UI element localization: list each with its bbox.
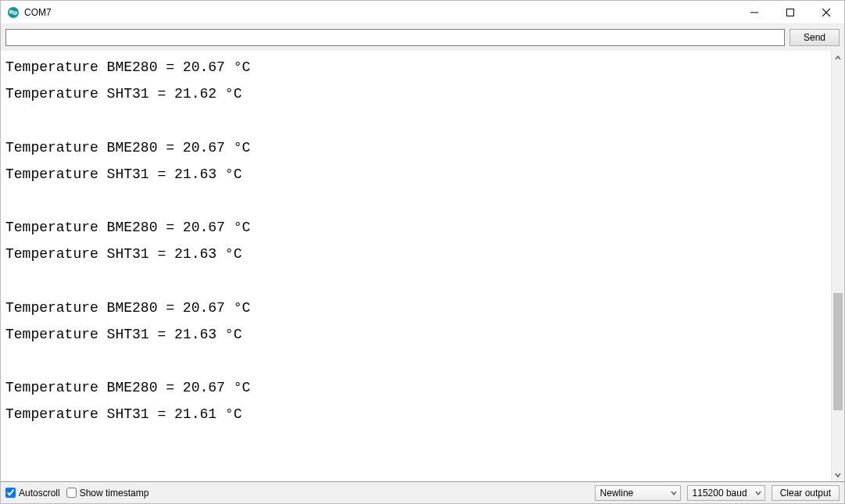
scroll-down-arrow-icon[interactable] bbox=[832, 468, 844, 481]
show-timestamp-checkbox-input[interactable] bbox=[66, 488, 77, 498]
svg-rect-2 bbox=[787, 9, 794, 16]
close-button[interactable] bbox=[808, 1, 844, 24]
autoscroll-checkbox-input[interactable] bbox=[5, 488, 16, 498]
autoscroll-label: Autoscroll bbox=[19, 488, 60, 499]
maximize-button[interactable] bbox=[772, 1, 808, 24]
serial-monitor-window: COM7 Send Temperature BME280 = 20.67 °C … bbox=[0, 0, 845, 504]
clear-output-button[interactable]: Clear output bbox=[772, 485, 840, 501]
scroll-up-arrow-icon[interactable] bbox=[832, 51, 844, 64]
arduino-icon bbox=[7, 6, 20, 19]
line-ending-value: Newline bbox=[600, 488, 634, 499]
bottom-bar: Autoscroll Show timestamp Newline 115200… bbox=[1, 481, 844, 503]
minimize-button[interactable] bbox=[736, 1, 772, 24]
serial-input[interactable] bbox=[5, 29, 785, 46]
chevron-down-icon bbox=[755, 490, 761, 496]
show-timestamp-label: Show timestamp bbox=[80, 488, 149, 499]
scroll-thumb[interactable] bbox=[833, 293, 843, 410]
input-row: Send bbox=[1, 24, 844, 51]
vertical-scrollbar[interactable] bbox=[831, 51, 844, 481]
titlebar: COM7 bbox=[1, 1, 844, 24]
show-timestamp-checkbox[interactable]: Show timestamp bbox=[66, 488, 149, 499]
line-ending-select[interactable]: Newline bbox=[595, 485, 681, 501]
chevron-down-icon bbox=[671, 490, 677, 496]
baud-rate-select[interactable]: 115200 baud bbox=[687, 485, 765, 501]
window-title: COM7 bbox=[24, 7, 52, 18]
baud-rate-value: 115200 baud bbox=[693, 488, 747, 499]
serial-output[interactable]: Temperature BME280 = 20.67 °C Temperatur… bbox=[1, 51, 831, 481]
autoscroll-checkbox[interactable]: Autoscroll bbox=[5, 488, 60, 499]
send-button[interactable]: Send bbox=[790, 29, 840, 46]
console-area: Temperature BME280 = 20.67 °C Temperatur… bbox=[1, 51, 844, 481]
